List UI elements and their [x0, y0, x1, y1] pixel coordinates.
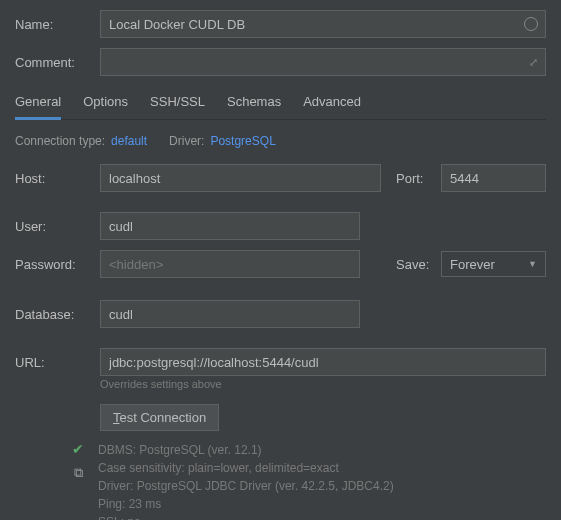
database-input[interactable]	[100, 300, 360, 328]
name-label: Name:	[15, 17, 100, 32]
password-label: Password:	[15, 257, 100, 272]
user-input[interactable]	[100, 212, 360, 240]
name-input[interactable]	[100, 10, 546, 38]
driver-link[interactable]: PostgreSQL	[210, 134, 275, 148]
save-select[interactable]: Forever ▼	[441, 251, 546, 277]
tab-bar: General Options SSH/SSL Schemas Advanced	[15, 86, 546, 120]
save-select-value: Forever	[450, 257, 495, 272]
copy-icon[interactable]: ⧉	[74, 465, 83, 481]
comment-label: Comment:	[15, 55, 100, 70]
chevron-down-icon: ▼	[528, 259, 537, 269]
status-dbms: DBMS: PostgreSQL (ver. 12.1)	[98, 441, 394, 459]
tab-options[interactable]: Options	[83, 86, 128, 120]
save-label: Save:	[396, 257, 441, 272]
host-label: Host:	[15, 171, 100, 186]
tab-schemas[interactable]: Schemas	[227, 86, 281, 120]
status-driver: Driver: PostgreSQL JDBC Driver (ver. 42.…	[98, 477, 394, 495]
expand-icon[interactable]: ⤢	[529, 56, 538, 69]
connection-status: DBMS: PostgreSQL (ver. 12.1) Case sensit…	[98, 441, 394, 520]
tab-general[interactable]: General	[15, 86, 61, 120]
test-connection-button[interactable]: Test Connection	[100, 404, 219, 431]
user-label: User:	[15, 219, 100, 234]
host-input[interactable]	[100, 164, 381, 192]
password-input[interactable]	[100, 250, 360, 278]
connection-type-label: Connection type:	[15, 134, 105, 148]
test-connection-rest: est Connection	[120, 410, 207, 425]
port-input[interactable]	[441, 164, 546, 192]
tab-advanced[interactable]: Advanced	[303, 86, 361, 120]
status-case: Case sensitivity: plain=lower, delimited…	[98, 459, 394, 477]
url-label: URL:	[15, 355, 100, 370]
comment-input[interactable]	[100, 48, 546, 76]
url-input[interactable]	[100, 348, 546, 376]
url-hint: Overrides settings above	[100, 378, 546, 390]
tab-sshssl[interactable]: SSH/SSL	[150, 86, 205, 120]
driver-label: Driver:	[169, 134, 204, 148]
status-ping: Ping: 23 ms	[98, 495, 394, 513]
port-label: Port:	[396, 171, 441, 186]
success-icon: ✔	[72, 441, 84, 457]
connection-type-link[interactable]: default	[111, 134, 147, 148]
status-ssl: SSL: no	[98, 513, 394, 520]
database-label: Database:	[15, 307, 100, 322]
color-chooser-icon[interactable]	[524, 17, 538, 31]
